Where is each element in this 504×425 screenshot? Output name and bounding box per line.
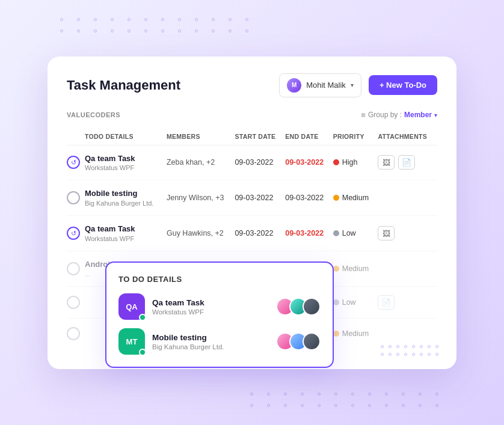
bg-dot xyxy=(334,393,337,396)
members-cell: Zeba khan, +2 xyxy=(167,145,235,180)
bg-dot xyxy=(178,18,181,21)
bg-dot xyxy=(402,393,405,396)
bg-dot xyxy=(318,404,321,407)
attachment-icons: 🖼📄 xyxy=(378,155,431,170)
member-avatars xyxy=(276,332,321,350)
card-dot xyxy=(404,345,407,348)
popup-item-avatar: MT xyxy=(118,328,145,355)
todo-subtitle: Big Kahuna Burger Ltd. xyxy=(85,200,153,207)
bg-dot xyxy=(60,29,63,32)
online-indicator xyxy=(139,349,146,356)
attachment-icons: 📄 xyxy=(378,295,431,310)
bg-dot xyxy=(94,29,97,32)
todo-subtitle: Workstatus WPF xyxy=(85,164,135,171)
todo-cell-3: ↺ Qa team Task Workstatus WPF xyxy=(67,216,167,251)
popup-item-subtitle: Workstatus WPF xyxy=(152,308,204,316)
table-row[interactable]: Mobile testing Big Kahuna Burger Ltd. Je… xyxy=(67,180,437,216)
bg-dot xyxy=(128,29,131,32)
bg-dot xyxy=(368,393,371,396)
table-row[interactable]: ↺ Qa team Task Workstatus WPF Zeba khan,… xyxy=(67,145,437,180)
card-dot xyxy=(396,345,399,348)
priority-label: High xyxy=(342,158,358,167)
todo-subtitle: Workstatus WPF xyxy=(85,235,135,242)
priority-cell: Low xyxy=(333,216,378,251)
bg-dot xyxy=(195,18,198,21)
bg-dot xyxy=(351,404,354,407)
priority-label: Medium xyxy=(342,329,369,338)
popup-item-1[interactable]: MT Mobile testing Big Kahuna Burger Ltd. xyxy=(118,328,321,355)
priority-cell: Medium xyxy=(333,251,378,287)
card-dot xyxy=(420,353,423,356)
bg-dot xyxy=(111,29,114,32)
card-dot xyxy=(428,353,431,356)
priority-cell: Medium xyxy=(333,180,378,216)
end-date-value: 09-03-2022 xyxy=(285,229,324,237)
todo-icon xyxy=(67,191,80,204)
bg-dot xyxy=(94,18,97,21)
attachments-cell: 🖼📄 xyxy=(378,145,437,180)
end-date-cell: 09-03-2022 xyxy=(285,145,333,180)
attachments-cell: 📄 xyxy=(378,287,437,319)
popup-item-info: Qa team Task Workstatus WPF xyxy=(152,298,204,316)
image-attachment-icon[interactable]: 🖼 xyxy=(378,155,395,170)
bg-dot xyxy=(250,404,253,407)
bg-dot xyxy=(77,18,80,21)
bg-dot xyxy=(385,393,388,396)
todo-title: Qa team Task xyxy=(85,224,135,234)
priority-label: Medium xyxy=(342,264,369,273)
col-start-date: START DATE xyxy=(235,128,285,145)
bg-dot xyxy=(60,18,63,21)
todo-cell-2: Mobile testing Big Kahuna Burger Ltd. xyxy=(67,180,167,216)
table-row[interactable]: ↺ Qa team Task Workstatus WPF Guy Hawkin… xyxy=(67,216,437,251)
page-title: Task Management xyxy=(67,78,180,93)
bg-dot xyxy=(245,29,248,32)
priority-dot xyxy=(333,195,339,201)
popup-item-title: Qa team Task xyxy=(152,298,204,307)
attachments-cell xyxy=(378,251,437,287)
todo-cell-1: ↺ Qa team Task Workstatus WPF xyxy=(67,145,167,180)
priority-badge: Medium xyxy=(333,329,372,338)
todo-icon: ↺ xyxy=(67,227,80,240)
start-date-cell: 09-03-2022 xyxy=(235,216,285,251)
todo-icon xyxy=(67,327,80,340)
priority-cell: Low xyxy=(333,287,378,319)
doc-attachment-icon[interactable]: 📄 xyxy=(378,295,395,310)
online-indicator xyxy=(139,314,146,321)
attachments-cell xyxy=(378,180,437,216)
doc-attachment-icon[interactable]: 📄 xyxy=(398,155,415,170)
priority-dot xyxy=(333,230,339,236)
user-selector[interactable]: M Mohit Malik ▾ xyxy=(279,73,361,97)
bg-dot xyxy=(178,29,181,32)
popup-item-0[interactable]: QA Qa team Task Workstatus WPF xyxy=(118,293,321,320)
bg-dot xyxy=(212,29,215,32)
group-by-value[interactable]: Member xyxy=(404,111,432,119)
popup-item-left: QA Qa team Task Workstatus WPF xyxy=(118,293,204,320)
priority-label: Low xyxy=(342,229,356,237)
priority-badge: High xyxy=(333,158,372,167)
bg-dot xyxy=(144,18,147,21)
priority-cell: Medium xyxy=(333,319,378,349)
todo-title: Qa team Task xyxy=(85,154,135,164)
bg-dot xyxy=(77,29,80,32)
priority-dot xyxy=(333,331,339,337)
end-date-value: 09-03-2022 xyxy=(285,194,324,202)
attachment-icons: 🖼 xyxy=(378,226,431,240)
popup-item-left: MT Mobile testing Big Kahuna Burger Ltd. xyxy=(118,328,224,355)
col-end-date: END DATE xyxy=(285,128,333,145)
header-actions: M Mohit Malik ▾ + New To-Do xyxy=(279,73,437,97)
end-date-cell: 09-03-2022 xyxy=(285,180,333,216)
image-attachment-icon[interactable]: 🖼 xyxy=(378,226,395,240)
priority-label: Low xyxy=(342,298,356,307)
group-by-prefix: Group by : xyxy=(368,111,402,119)
priority-cell: High xyxy=(333,145,378,180)
card-header: Task Management M Mohit Malik ▾ + New To… xyxy=(67,73,437,97)
new-todo-button[interactable]: + New To-Do xyxy=(369,75,437,95)
card-dot xyxy=(389,345,392,348)
priority-badge: Medium xyxy=(333,194,372,202)
bg-dot xyxy=(284,393,287,396)
member-avatar xyxy=(303,298,321,316)
start-date-cell: 09-03-2022 xyxy=(235,145,285,180)
members-cell: Jenny Wilson, +3 xyxy=(167,180,235,216)
bg-dot xyxy=(229,18,232,21)
priority-dot xyxy=(333,266,339,272)
